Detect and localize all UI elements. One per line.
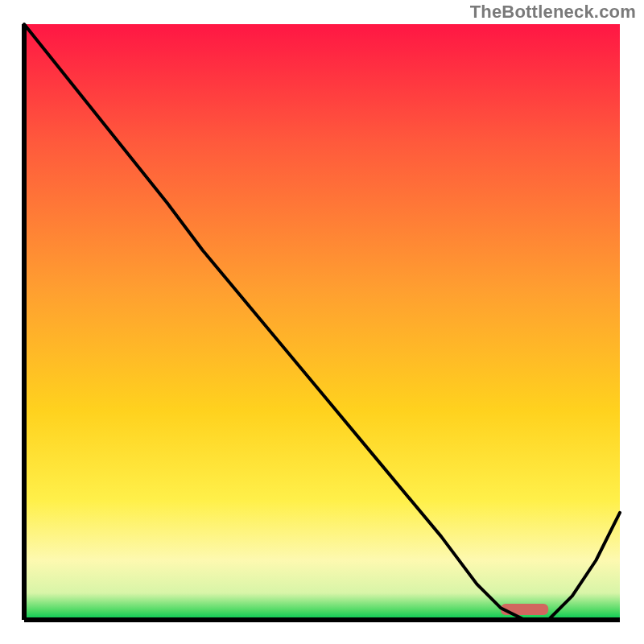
optimal-range-marker <box>501 604 548 615</box>
plot-background <box>24 24 620 620</box>
attribution-label: TheBottleneck.com <box>470 2 636 23</box>
bottleneck-chart <box>0 0 644 644</box>
